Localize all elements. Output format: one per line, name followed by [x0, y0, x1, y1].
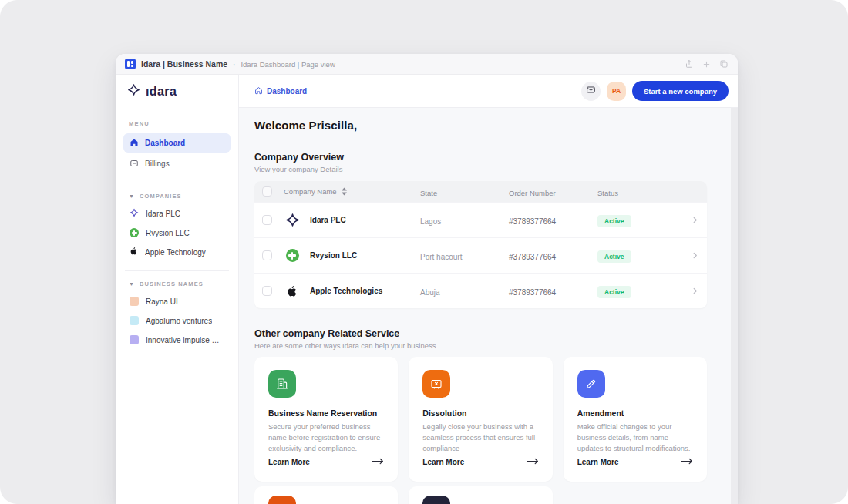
avatar-initials: PA — [612, 87, 621, 95]
order-number: #3789377664 — [509, 288, 556, 297]
card-description: Make official changes to your business d… — [577, 422, 693, 453]
learn-more-label: Learn More — [268, 458, 310, 466]
mail-icon — [586, 84, 596, 98]
color-swatch-icon — [130, 297, 139, 306]
green-plus-icon — [284, 247, 301, 264]
sidebar-item-label: Billings — [145, 160, 170, 168]
table-row[interactable]: Rvysion LLC Port hacourt #3789377664 Act… — [254, 237, 707, 273]
column-header-company-name[interactable]: Company Name — [284, 187, 337, 196]
row-chevron[interactable] — [679, 216, 699, 224]
sidebar-divider — [125, 183, 229, 183]
card-title: Amendment — [577, 408, 693, 418]
card-description: Secure your preferred business name befo… — [268, 422, 384, 453]
learn-more-label: Learn More — [577, 458, 619, 466]
share-icon[interactable] — [685, 59, 694, 69]
row-chevron[interactable] — [679, 287, 699, 295]
status-badge: Active — [597, 215, 631, 227]
company-name: Rvysion LLC — [310, 251, 357, 260]
inbox-button[interactable] — [581, 82, 601, 101]
status-badge: Active — [597, 250, 631, 263]
learn-more-link[interactable]: Learn More — [422, 455, 538, 469]
plus-icon[interactable] — [702, 60, 711, 69]
company-table: Company Name State Order Number Status — [254, 181, 707, 308]
browser-preview-window: Idara | Business Name · Idara Dashboard … — [116, 54, 738, 504]
main-panel: Dashboard PA Start a new company — [239, 75, 738, 504]
company-state: Lagos — [420, 217, 441, 226]
order-number: #3789377664 — [509, 253, 556, 261]
start-new-company-button[interactable]: Start a new company — [632, 81, 729, 101]
sidebar-business-name-agbalumo[interactable]: Agbalumo ventures — [123, 311, 231, 330]
page-header: Dashboard PA Start a new company — [239, 75, 738, 108]
company-label: Idara PLC — [146, 210, 180, 218]
sort-icon[interactable] — [342, 187, 347, 196]
page-title: Welcome Priscilla, — [254, 119, 707, 132]
apple-icon — [284, 283, 301, 300]
chevron-down-icon: ▼ — [129, 193, 134, 199]
service-card-amendment: Amendment Make official changes to your … — [564, 357, 707, 482]
card-title: Business Name Reservation — [268, 408, 384, 418]
row-checkbox[interactable] — [262, 286, 272, 296]
row-checkbox[interactable] — [262, 250, 272, 260]
order-number: #3789377664 — [509, 217, 556, 226]
learn-more-link[interactable]: Learn More — [577, 455, 693, 469]
service-card-partial — [254, 486, 398, 504]
company-name: Apple Technologies — [310, 287, 382, 295]
companies-section-toggle[interactable]: ▼ COMPANIES — [129, 193, 231, 200]
learn-more-label: Learn More — [422, 458, 464, 466]
sidebar-item-dashboard[interactable]: Dashboard — [123, 133, 231, 153]
page-content: Welcome Priscilla, Company Overview View… — [239, 108, 738, 504]
green-plus-icon — [130, 228, 139, 237]
column-header-order-number: Order Number — [509, 189, 556, 197]
company-label: Apple Technology — [145, 248, 206, 257]
sidebar-divider — [125, 270, 229, 271]
avatar[interactable]: PA — [607, 82, 626, 101]
sidebar-business-name-rayna-ui[interactable]: Rayna UI — [123, 292, 231, 311]
table-row[interactable]: Apple Technologies Abuja #3789377664 Act… — [254, 273, 707, 308]
service-cards-row-2 — [254, 486, 707, 504]
idara-star-icon — [130, 208, 139, 219]
idara-favicon — [125, 59, 136, 69]
select-all-checkbox[interactable] — [262, 186, 272, 197]
color-swatch-icon — [130, 316, 139, 325]
company-label: Rvysion LLC — [146, 229, 190, 237]
chevron-down-icon: ▼ — [129, 281, 134, 287]
business-names-section-label: BUSINESS NAMES — [140, 281, 204, 287]
company-state: Port hacourt — [420, 253, 462, 261]
sidebar-company-idara-plc[interactable]: Idara PLC — [123, 204, 231, 223]
service-card-business-name-reservation: Business Name Reservation Secure your pr… — [254, 357, 398, 482]
company-state: Abuja — [420, 288, 440, 297]
idara-star-icon — [284, 212, 301, 229]
companies-section-label: COMPANIES — [140, 193, 182, 200]
service-cards: Business Name Reservation Secure your pr… — [254, 357, 707, 482]
sidebar-item-label: Dashboard — [145, 139, 185, 147]
logo: ıdara — [123, 75, 231, 108]
row-checkbox[interactable] — [262, 215, 272, 225]
sidebar-item-billings[interactable]: Billings — [123, 154, 231, 173]
pencil-icon — [577, 370, 605, 398]
service-icon — [422, 496, 450, 504]
arrow-right-icon — [372, 455, 384, 469]
business-name-label: Rayna UI — [146, 297, 178, 306]
status-badge: Active — [597, 286, 631, 298]
logo-text: ıdara — [146, 85, 177, 99]
sidebar-business-name-innovative[interactable]: Innovative impulse mariti... — [123, 331, 231, 349]
home-outline-icon — [254, 86, 263, 96]
building-icon — [268, 370, 296, 398]
card-title: Dissolution — [422, 408, 538, 418]
table-row[interactable]: Idara PLC Lagos #3789377664 Active — [254, 202, 707, 237]
column-header-state: State — [420, 189, 437, 197]
breadcrumb[interactable]: Dashboard — [254, 86, 307, 96]
column-header-status: Status — [597, 189, 618, 197]
service-card-dissolution: Dissolution Legally close your business … — [409, 357, 552, 482]
copy-windows-icon[interactable] — [719, 59, 729, 69]
scrollbar-track[interactable] — [731, 108, 738, 504]
tab-subtitle: Idara Dashboard | Page view — [241, 60, 335, 69]
sidebar-company-rvysion-llc[interactable]: Rvysion LLC — [123, 223, 231, 242]
row-chevron[interactable] — [679, 251, 699, 260]
company-overview-subtitle: View your company Details — [254, 165, 707, 173]
desktop-background: Idara | Business Name · Idara Dashboard … — [0, 0, 848, 504]
learn-more-link[interactable]: Learn More — [268, 455, 384, 469]
services-subtitle: Here are some other ways Idara can help … — [254, 341, 707, 350]
business-names-section-toggle[interactable]: ▼ BUSINESS NAMES — [129, 281, 231, 287]
sidebar-company-apple-technology[interactable]: Apple Technology — [123, 243, 231, 261]
